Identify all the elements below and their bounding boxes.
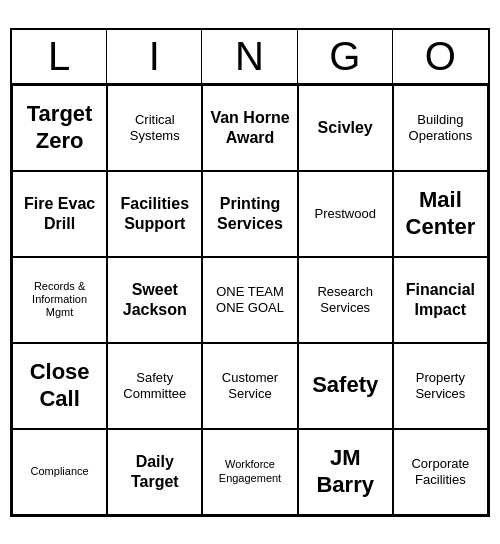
bingo-cell-4[interactable]: Building Operations [393,85,488,171]
cell-text-11: Sweet Jackson [112,280,197,318]
cell-text-19: Property Services [398,370,483,401]
bingo-cell-8[interactable]: Prestwood [298,171,393,257]
cell-text-8: Prestwood [314,206,375,222]
bingo-cell-11[interactable]: Sweet Jackson [107,257,202,343]
cell-text-20: Compliance [31,465,89,478]
bingo-cell-7[interactable]: Printing Services [202,171,297,257]
bingo-grid: Target ZeroCritical SystemsVan Horne Awa… [12,85,488,515]
cell-text-23: JM Barry [303,445,388,498]
cell-text-4: Building Operations [398,112,483,143]
bingo-cell-10[interactable]: Records & Information Mgmt [12,257,107,343]
bingo-cell-0[interactable]: Target Zero [12,85,107,171]
cell-text-10: Records & Information Mgmt [17,280,102,320]
header-o: O [393,30,488,83]
bingo-cell-6[interactable]: Facilities Support [107,171,202,257]
bingo-cell-12[interactable]: ONE TEAM ONE GOAL [202,257,297,343]
cell-text-14: Financial Impact [398,280,483,318]
cell-text-2: Van Horne Award [207,108,292,146]
bingo-cell-9[interactable]: Mail Center [393,171,488,257]
bingo-cell-16[interactable]: Safety Committee [107,343,202,429]
cell-text-1: Critical Systems [112,112,197,143]
cell-text-5: Fire Evac Drill [17,194,102,232]
bingo-cell-2[interactable]: Van Horne Award [202,85,297,171]
bingo-cell-23[interactable]: JM Barry [298,429,393,515]
cell-text-6: Facilities Support [112,194,197,232]
bingo-cell-5[interactable]: Fire Evac Drill [12,171,107,257]
header-n: N [202,30,297,83]
cell-text-12: ONE TEAM ONE GOAL [207,284,292,315]
bingo-cell-20[interactable]: Compliance [12,429,107,515]
bingo-cell-15[interactable]: Close Call [12,343,107,429]
cell-text-15: Close Call [17,359,102,412]
bingo-cell-3[interactable]: Scivley [298,85,393,171]
header-l: L [12,30,107,83]
bingo-cell-21[interactable]: Daily Target [107,429,202,515]
bingo-cell-14[interactable]: Financial Impact [393,257,488,343]
bingo-cell-17[interactable]: Customer Service [202,343,297,429]
header-i: I [107,30,202,83]
bingo-cell-24[interactable]: Corporate Facilities [393,429,488,515]
bingo-header: L I N G O [12,30,488,85]
cell-text-18: Safety [312,372,378,398]
cell-text-13: Research Services [303,284,388,315]
bingo-cell-19[interactable]: Property Services [393,343,488,429]
cell-text-16: Safety Committee [112,370,197,401]
bingo-cell-1[interactable]: Critical Systems [107,85,202,171]
bingo-cell-22[interactable]: Workforce Engagement [202,429,297,515]
bingo-cell-13[interactable]: Research Services [298,257,393,343]
cell-text-7: Printing Services [207,194,292,232]
bingo-card: L I N G O Target ZeroCritical SystemsVan… [10,28,490,517]
cell-text-17: Customer Service [207,370,292,401]
cell-text-21: Daily Target [112,452,197,490]
header-g: G [298,30,393,83]
cell-text-9: Mail Center [398,187,483,240]
cell-text-24: Corporate Facilities [398,456,483,487]
cell-text-22: Workforce Engagement [207,458,292,484]
cell-text-3: Scivley [318,118,373,137]
bingo-cell-18[interactable]: Safety [298,343,393,429]
cell-text-0: Target Zero [17,101,102,154]
